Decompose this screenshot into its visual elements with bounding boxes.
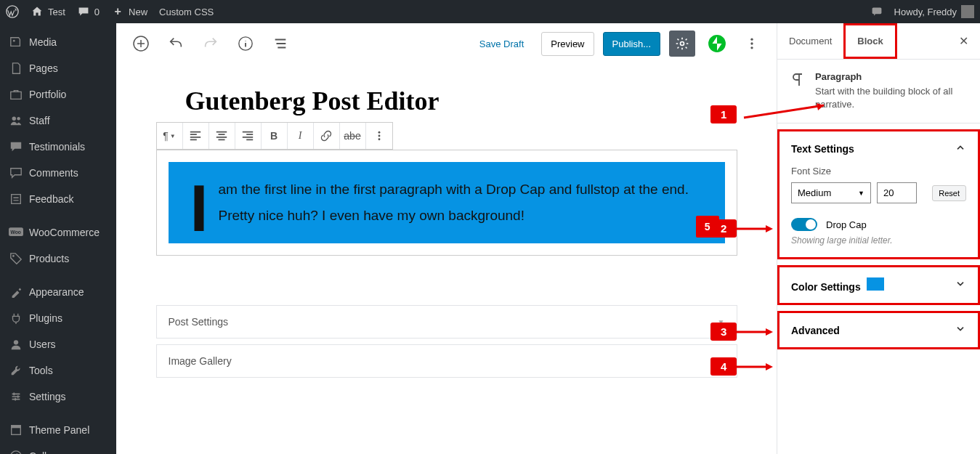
media-icon xyxy=(9,35,23,49)
strikethrough-button[interactable]: abe xyxy=(340,123,366,149)
editor-top-toolbar: Save Draft Preview Publish... xyxy=(116,23,777,64)
block-type-button[interactable]: ¶▼ xyxy=(157,123,183,149)
callout-4: 4 xyxy=(710,357,773,376)
panel-advanced: Advanced xyxy=(777,311,980,349)
undo-button[interactable] xyxy=(163,31,189,57)
tools-icon xyxy=(9,363,23,378)
svg-point-9 xyxy=(14,340,18,344)
drop-cap-hint: Showing large initial letter. xyxy=(791,235,966,246)
more-options-button[interactable] xyxy=(739,31,765,57)
paragraph-block[interactable]: I am the first line in the first paragra… xyxy=(156,150,737,256)
align-center-button[interactable] xyxy=(209,123,235,149)
plus-icon: + xyxy=(111,5,124,18)
tab-block[interactable]: Block xyxy=(843,23,896,59)
arrow-icon xyxy=(737,222,773,236)
speech-icon xyxy=(871,6,883,17)
sidebar-item-label: WooCommerce xyxy=(29,227,100,238)
link-button[interactable] xyxy=(314,123,340,149)
font-size-select[interactable]: Medium▼ xyxy=(791,182,871,203)
settings-toggle-button[interactable] xyxy=(669,31,695,57)
sidebar-item-plugins[interactable]: Plugins xyxy=(0,305,116,331)
sidebar-item-products[interactable]: Products xyxy=(0,246,116,272)
testimonials-icon xyxy=(9,139,23,154)
wordpress-icon xyxy=(6,5,19,18)
wp-logo[interactable] xyxy=(6,5,19,18)
jetpack-button[interactable] xyxy=(704,31,730,57)
info-button[interactable] xyxy=(232,31,259,57)
select-value: Medium xyxy=(798,187,831,198)
svg-point-17 xyxy=(750,38,753,41)
sidebar-item-label: Testimonials xyxy=(29,141,85,153)
bold-button[interactable]: B xyxy=(262,123,288,149)
svg-text:Woo: Woo xyxy=(11,230,21,235)
sidebar-item-tools[interactable]: Tools xyxy=(0,357,116,384)
align-center-icon xyxy=(215,129,228,142)
site-name[interactable]: Test xyxy=(31,5,65,18)
chevron-down-icon: ▼ xyxy=(858,190,864,197)
block-more-button[interactable] xyxy=(366,123,392,149)
plugins-icon xyxy=(9,311,23,325)
comments-count[interactable]: 0 xyxy=(77,5,100,18)
save-draft-button[interactable]: Save Draft xyxy=(471,33,532,55)
notification-icon-btn[interactable] xyxy=(871,6,883,17)
inspector-sidebar: Document Block ✕ Paragraph Start with th… xyxy=(777,23,980,454)
sidebar-item-settings[interactable]: Settings xyxy=(0,384,116,410)
panel-text-settings-header[interactable]: Text Settings xyxy=(779,131,978,166)
sidebar-item-users[interactable]: Users xyxy=(0,331,116,357)
svg-point-4 xyxy=(17,117,20,121)
sidebar-item-appearance[interactable]: Appearance xyxy=(0,279,116,305)
undo-icon xyxy=(168,36,184,52)
sidebar-item-label: Media xyxy=(29,36,57,48)
sidebar-item-staff[interactable]: Staff xyxy=(0,108,116,134)
sidebar-item-portfolio[interactable]: Portfolio xyxy=(0,81,116,108)
paragraph-content[interactable]: I am the first line in the first paragra… xyxy=(169,162,725,243)
preview-button[interactable]: Preview xyxy=(541,32,594,56)
add-block-button[interactable] xyxy=(128,31,154,57)
svg-marker-26 xyxy=(766,225,773,232)
sidebar-item-label: Plugins xyxy=(29,312,62,324)
account-menu[interactable]: Howdy, Freddy xyxy=(894,5,974,18)
reset-button[interactable]: Reset xyxy=(932,185,966,201)
align-left-button[interactable] xyxy=(183,123,209,149)
align-right-button[interactable] xyxy=(235,123,262,149)
close-inspector-button[interactable]: ✕ xyxy=(947,34,980,48)
new-content[interactable]: +New xyxy=(111,5,147,18)
sidebar-item-woocommerce[interactable]: WooWooCommerce xyxy=(0,219,116,246)
redo-icon xyxy=(203,36,219,52)
custom-css[interactable]: Custom CSS xyxy=(159,7,214,17)
sidebar-item-feedback[interactable]: Feedback xyxy=(0,186,116,212)
link-icon xyxy=(320,129,333,142)
font-size-input[interactable] xyxy=(877,182,917,203)
svg-marker-24 xyxy=(817,103,824,110)
callout-1: 1 xyxy=(710,103,838,125)
panel-color-settings-header[interactable]: Color Settings xyxy=(779,267,978,303)
accordion-post-settings[interactable]: Post Settings▼ xyxy=(156,305,737,339)
list-icon xyxy=(272,36,288,52)
accordion-label: Post Settings xyxy=(169,316,229,328)
tab-document[interactable]: Document xyxy=(777,25,843,57)
svg-point-8 xyxy=(12,255,15,257)
sidebar-item-label: Theme Panel xyxy=(29,424,89,436)
outline-button[interactable] xyxy=(267,31,293,57)
callout-number: 2 xyxy=(710,219,737,238)
home-icon xyxy=(31,6,43,17)
staff-icon xyxy=(9,113,23,128)
accordion-image-gallery[interactable]: Image Gallery▼ xyxy=(156,344,737,378)
sidebar-item-media[interactable]: Media xyxy=(0,29,116,55)
publish-button[interactable]: Publish... xyxy=(603,32,660,56)
kebab-icon xyxy=(745,36,759,51)
drop-cap-toggle[interactable] xyxy=(791,218,817,231)
sidebar-item-pages[interactable]: Pages xyxy=(0,55,116,81)
panel-advanced-header[interactable]: Advanced xyxy=(779,313,978,347)
sidebar-item-collapse[interactable]: Collapse menu xyxy=(0,443,116,454)
woo-icon: Woo xyxy=(9,225,23,240)
italic-button[interactable]: I xyxy=(288,123,314,149)
sidebar-item-theme-panel[interactable]: Theme Panel xyxy=(0,417,116,443)
sidebar-item-testimonials[interactable]: Testimonials xyxy=(0,134,116,160)
sidebar-item-label: Staff xyxy=(29,115,50,126)
plus-circle-icon xyxy=(132,35,150,52)
post-title[interactable]: Gutenberg Post Editor xyxy=(185,86,737,116)
strikethrough-icon: abe xyxy=(344,130,360,142)
redo-button[interactable] xyxy=(198,31,224,57)
sidebar-item-comments[interactable]: Comments xyxy=(0,160,116,186)
